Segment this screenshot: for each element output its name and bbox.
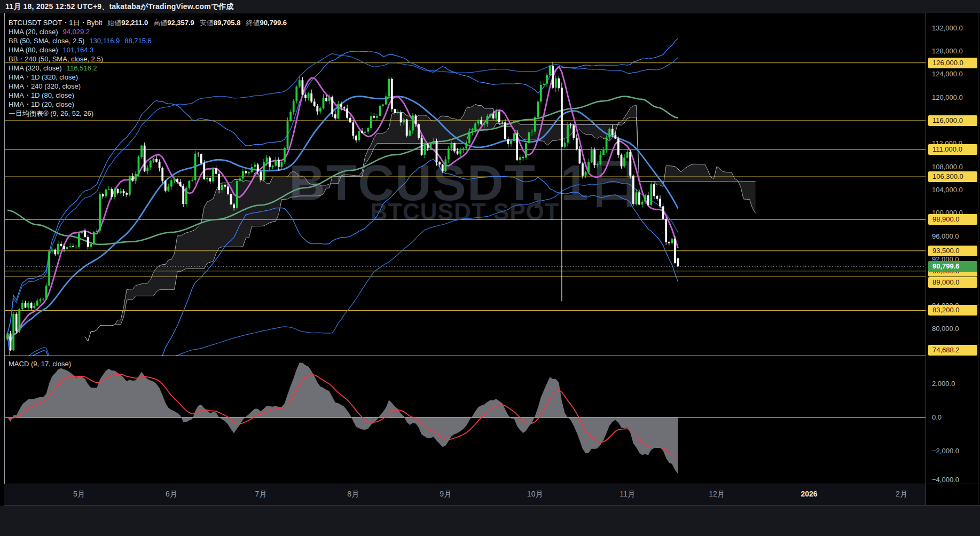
price-axis-label: 120,000.0 [932, 93, 963, 101]
legend-indicator-row[interactable]: BB・240 (50, SMA, close, 2.5) [9, 54, 287, 64]
ohlc-value: 90,799.6 [260, 19, 287, 27]
indicator-title: BB・240 (50, SMA, close, 2.5) [9, 55, 103, 63]
ohlc-value: 92,357.9 [167, 19, 194, 27]
legend-indicator-row[interactable]: HMA・1D (80, close) [9, 91, 287, 100]
time-axis-month-label: 2026 [790, 490, 828, 498]
time-axis-month-label: 2月 [883, 490, 920, 499]
price-axis-label: 132,000.0 [932, 24, 963, 32]
macd-axis-label: 2,000.0 [932, 380, 955, 388]
indicator-title: HMA・1D (320, close) [9, 73, 78, 81]
time-axis-month-label: 6月 [153, 490, 190, 499]
price-axis-label: 128,000.0 [932, 47, 963, 55]
last-price-chip[interactable]: 90,799.6 [928, 261, 977, 272]
ohlc-label: 終値 [246, 19, 260, 27]
legend-indicator-row[interactable]: HMA (320, close)116,516.2 [9, 64, 287, 73]
legend-indicator-row[interactable]: HMA (20, close)94,029.2 [9, 27, 287, 36]
chart-top-border [4, 13, 926, 13]
ohlc-label: 始値 [107, 19, 121, 27]
indicator-title: BB (50, SMA, close, 2.5) [9, 37, 84, 45]
time-axis-month-label: 9月 [427, 490, 464, 499]
indicator-value: 94,029.2 [62, 28, 90, 36]
ohlc-label: 高値 [153, 19, 167, 27]
footer-bar: TradingView [0, 506, 980, 536]
time-axis-month-label: 7月 [242, 490, 279, 499]
macd-axis-label: 0.0 [932, 413, 942, 421]
price-axis-label: 124,000.0 [932, 70, 963, 78]
price-level-chip[interactable]: 126,000.0 [928, 58, 977, 68]
header-bar: 11月 18, 2025 12:52 UTC+9、takatabaがTradin… [0, 0, 980, 13]
price-level-chip[interactable]: 98,900.0 [928, 214, 977, 225]
indicator-title: HMA (20, close) [9, 28, 58, 36]
indicator-title: HMA・240 (320, close) [9, 82, 81, 90]
legend-symbol-row[interactable]: BTCUSDT SPOT・1日・Bybit始値92,211.0高値92,357.… [9, 18, 287, 27]
legend-indicator-row[interactable]: HMA・1D (320, close) [9, 73, 287, 82]
price-level-chip[interactable]: 111,000.0 [928, 144, 977, 155]
price-axis-label: 80,000.0 [932, 325, 959, 333]
indicator-title: HMA (320, close) [9, 64, 62, 72]
ohlc-value: 92,211.0 [121, 19, 148, 27]
legend-indicator-row[interactable]: HMA・1D (20, close) [9, 100, 287, 109]
price-axis-label: 104,000.0 [932, 186, 963, 194]
indicator-title: 一目均衡表® (9, 26, 52, 26) [9, 109, 93, 117]
indicator-value: 101,164.3 [62, 46, 93, 54]
indicator-title: HMA (80, close) [9, 46, 58, 54]
time-axis-month-label: 12月 [698, 490, 735, 499]
price-level-chip[interactable]: 116,000.0 [928, 115, 977, 126]
time-axis-month-label: 10月 [516, 490, 554, 499]
time-axis-month-label: 11月 [609, 490, 646, 499]
ohlc-value: 89,705.8 [214, 19, 241, 27]
indicator-title: HMA・1D (80, close) [9, 91, 74, 99]
price-level-chip[interactable]: 89,000.0 [928, 277, 977, 288]
price-axis[interactable]: 132,000.0128,000.0124,000.0120,000.0112,… [926, 13, 980, 505]
indicator-value: 130,116.9 [89, 37, 120, 45]
time-axis-month-label: 5月 [60, 490, 98, 499]
price-level-chip[interactable]: 74,688.2 [928, 345, 977, 356]
price-level-chip[interactable]: 106,300.0 [928, 171, 977, 182]
legend-indicator-row[interactable]: 一目均衡表® (9, 26, 52, 26) [9, 109, 287, 118]
indicator-value: 88,715.6 [124, 37, 152, 45]
macd-legend-label[interactable]: MACD (9, 17, close) [9, 360, 71, 368]
indicator-title: HMA・1D (20, close) [9, 100, 74, 108]
legend-indicator-row[interactable]: HMA (80, close)101,164.3 [9, 45, 287, 54]
legend-indicator-row[interactable]: HMA・240 (320, close) [9, 82, 287, 91]
macd-axis-label: −4,000.0 [932, 476, 959, 484]
chart-left-border [4, 13, 5, 484]
tradingview-chart-window: 11月 18, 2025 12:52 UTC+9、takatabaがTradin… [0, 0, 980, 536]
creation-attribution-text: 11月 18, 2025 12:52 UTC+9、takatabaがTradin… [5, 2, 234, 12]
price-axis-label: 108,000.0 [932, 163, 963, 171]
price-level-chip[interactable]: 83,200.0 [928, 305, 977, 316]
legend-indicator-row[interactable]: BB (50, SMA, close, 2.5)130,116.988,715.… [9, 36, 287, 45]
pane-separator[interactable] [4, 356, 926, 356]
legend-symbol-title: BTCUSDT SPOT・1日・Bybit [9, 19, 102, 27]
time-axis-month-label: 8月 [334, 490, 372, 499]
indicator-value: 116,516.2 [67, 64, 97, 72]
price-axis-label: 96,000.0 [932, 232, 959, 240]
time-axis[interactable]: 5月6月7月8月9月10月11月12月20262月 [4, 484, 926, 505]
ohlc-label: 安値 [200, 19, 214, 27]
macd-axis-label: −2,000.0 [932, 447, 959, 455]
indicator-legend[interactable]: BTCUSDT SPOT・1日・Bybit始値92,211.0高値92,357.… [9, 18, 287, 118]
price-level-chip[interactable]: 93,500.0 [928, 246, 977, 256]
